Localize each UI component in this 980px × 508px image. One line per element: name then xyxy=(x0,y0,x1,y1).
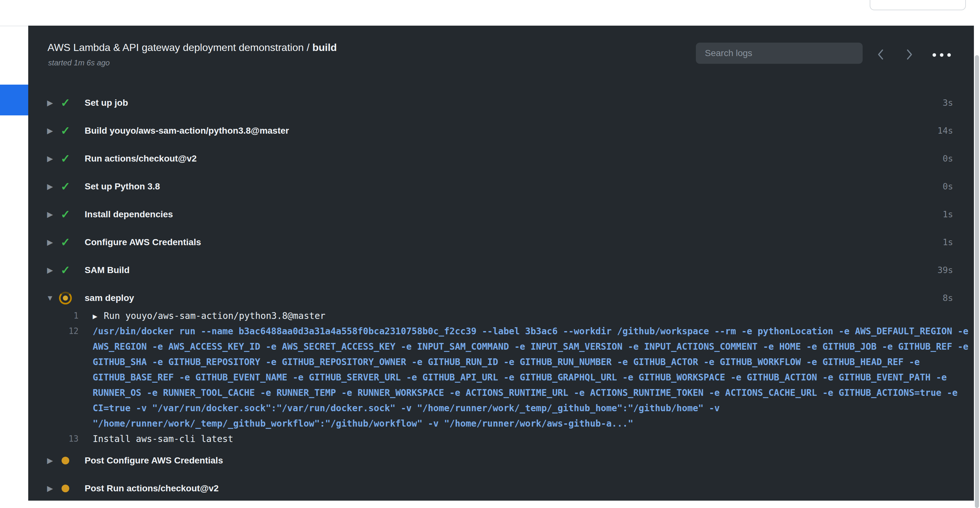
log-panel: AWS Lambda & API gateway deployment demo… xyxy=(28,25,974,501)
browser-topbar xyxy=(0,0,980,26)
chevron-right-icon xyxy=(905,48,914,62)
search-prev-button[interactable] xyxy=(873,47,889,63)
step-duration: 3s xyxy=(942,98,953,108)
disclosure-triangle-icon[interactable]: ▶ xyxy=(44,154,56,163)
step-label: Post Configure AWS Credentials xyxy=(85,456,223,466)
step-duration: 0s xyxy=(942,181,953,191)
log-line: AWS_REGION -e AWS_ACCESS_KEY_ID -e AWS_S… xyxy=(28,339,974,354)
kebab-dot-icon xyxy=(932,53,936,57)
log-line-text: "/home/runner/work/_temp/_github_workflo… xyxy=(93,418,633,429)
log-line-number: 1 xyxy=(28,311,79,321)
log-line: RUNNER_OS -e RUNNER_TOOL_CACHE -e RUNNER… xyxy=(28,385,974,400)
step-duration: 1s xyxy=(942,237,953,247)
step-row[interactable]: ▶ ✓ Build youyo/aws-sam-action/python3.8… xyxy=(28,117,974,144)
log-line: CI=true -v "/var/run/docker.sock":"/var/… xyxy=(28,400,974,416)
check-icon: ✓ xyxy=(60,208,70,221)
step-row[interactable]: ▶ Post Run actions/checkout@v2 xyxy=(28,474,974,501)
status-icon: ✓ xyxy=(58,96,73,110)
step-label: Set up job xyxy=(85,98,128,108)
status-icon: ✓ xyxy=(58,180,73,193)
disclosure-triangle-icon[interactable]: ▶ xyxy=(44,210,56,219)
check-icon: ✓ xyxy=(60,124,70,138)
in-progress-spinner-icon xyxy=(59,292,72,305)
log-group-play-icon[interactable]: ▶ xyxy=(93,312,97,321)
log-line-text: GITHUB_BASE_REF -e GITHUB_EVENT_NAME -e … xyxy=(93,372,947,383)
search-logs-input[interactable] xyxy=(696,43,862,64)
disclosure-triangle-icon[interactable]: ▶ xyxy=(44,126,56,135)
step-row[interactable]: ▶ ✓ Set up Python 3.8 0s xyxy=(28,172,974,200)
browser-button-outline[interactable] xyxy=(870,0,966,10)
step-label: Build youyo/aws-sam-action/python3.8@mas… xyxy=(85,125,289,136)
disclosure-triangle-icon[interactable]: ▶ xyxy=(44,484,56,493)
step-duration: 14s xyxy=(937,125,953,136)
log-line: GITHUB_SHA -e GITHUB_REPOSITORY -e GITHU… xyxy=(28,354,974,370)
scrollbar-thumb[interactable] xyxy=(975,55,979,508)
status-icon: ✓ xyxy=(58,236,73,249)
log-line-text: RUNNER_OS -e RUNNER_TOOL_CACHE -e RUNNER… xyxy=(93,387,958,398)
kebab-dot-icon xyxy=(947,53,951,57)
log-line-number: 12 xyxy=(28,326,79,336)
status-icon: ✓ xyxy=(58,152,73,165)
log-line: 13 Install aws-sam-cli latest xyxy=(28,431,974,446)
log-line-text: CI=true -v "/var/run/docker.sock":"/var/… xyxy=(93,403,720,413)
search-next-button[interactable] xyxy=(901,47,918,63)
step-duration: 8s xyxy=(942,293,953,303)
log-line-text: GITHUB_SHA -e GITHUB_REPOSITORY -e GITHU… xyxy=(93,357,920,367)
step-label: Install dependencies xyxy=(85,209,173,219)
step-label: Run actions/checkout@v2 xyxy=(85,154,197,164)
queued-dot-icon xyxy=(62,457,69,464)
job-workflow-name: AWS Lambda & API gateway deployment demo… xyxy=(48,42,304,53)
status-icon: ✓ xyxy=(58,264,73,277)
log-output: 1 ▶Run youyo/aws-sam-action/python3.8@ma… xyxy=(28,308,974,446)
log-line-number: 13 xyxy=(28,434,79,444)
disclosure-triangle-icon[interactable]: ▶ xyxy=(44,238,56,247)
selected-job-accent xyxy=(0,85,28,115)
step-row[interactable]: ▶ ✓ Configure AWS Credentials 1s xyxy=(28,228,974,256)
check-icon: ✓ xyxy=(60,264,70,277)
title-separator: / xyxy=(304,42,312,53)
disclosure-triangle-icon[interactable]: ▼ xyxy=(44,294,56,303)
scrollbar-track[interactable] xyxy=(974,0,980,508)
step-label: SAM Build xyxy=(85,265,130,275)
status-icon xyxy=(58,484,73,492)
check-icon: ✓ xyxy=(60,236,70,249)
disclosure-triangle-icon[interactable]: ▶ xyxy=(44,98,56,107)
job-started-timestamp: started 1m 6s ago xyxy=(48,58,110,68)
log-line: "/home/runner/work/_temp/_github_workflo… xyxy=(28,416,974,431)
log-line: 12 /usr/bin/docker run --name b3ac6488aa… xyxy=(28,323,974,339)
step-row[interactable]: ▶ ✓ Set up job 3s xyxy=(28,89,974,117)
steps-list: ▶ ✓ Set up job 3s ▶ ✓ Build youyo/aws-sa… xyxy=(28,89,974,501)
step-label: sam deploy xyxy=(85,293,134,303)
step-row[interactable]: ▶ Post Configure AWS Credentials xyxy=(28,446,974,474)
step-label: Configure AWS Credentials xyxy=(85,237,201,248)
status-icon: ✓ xyxy=(58,208,73,221)
chevron-left-icon xyxy=(876,48,885,62)
status-icon xyxy=(58,292,73,305)
step-row[interactable]: ▶ ✓ Run actions/checkout@v2 0s xyxy=(28,144,974,172)
log-line: 1 ▶Run youyo/aws-sam-action/python3.8@ma… xyxy=(28,308,974,323)
page-title: AWS Lambda & API gateway deployment demo… xyxy=(48,40,337,54)
step-row[interactable]: ▶ ✓ Install dependencies 1s xyxy=(28,200,974,228)
status-icon: ✓ xyxy=(58,124,73,138)
step-duration: 0s xyxy=(942,154,953,164)
step-label: Set up Python 3.8 xyxy=(85,181,160,192)
check-icon: ✓ xyxy=(60,180,70,193)
log-line: GITHUB_BASE_REF -e GITHUB_EVENT_NAME -e … xyxy=(28,370,974,385)
log-line-text: Install aws-sam-cli latest xyxy=(93,433,233,444)
check-icon: ✓ xyxy=(60,96,70,110)
status-icon xyxy=(58,457,73,464)
disclosure-triangle-icon[interactable]: ▶ xyxy=(44,266,56,275)
queued-dot-icon xyxy=(62,484,69,492)
step-row[interactable]: ▼ sam deploy 8s xyxy=(28,284,974,312)
step-row[interactable]: ▶ ✓ SAM Build 39s xyxy=(28,256,974,284)
kebab-menu-button[interactable] xyxy=(926,47,957,63)
disclosure-triangle-icon[interactable]: ▶ xyxy=(44,182,56,191)
job-name: build xyxy=(312,42,337,53)
step-label: Post Run actions/checkout@v2 xyxy=(85,483,219,494)
log-line-text: ▶Run youyo/aws-sam-action/python3.8@mast… xyxy=(93,311,326,321)
step-duration: 39s xyxy=(937,265,953,275)
log-line-text: AWS_REGION -e AWS_ACCESS_KEY_ID -e AWS_S… xyxy=(93,341,969,352)
spinner-dot xyxy=(63,295,68,301)
log-line-text: /usr/bin/docker run --name b3ac6488aa0d3… xyxy=(93,326,969,337)
disclosure-triangle-icon[interactable]: ▶ xyxy=(44,456,56,465)
